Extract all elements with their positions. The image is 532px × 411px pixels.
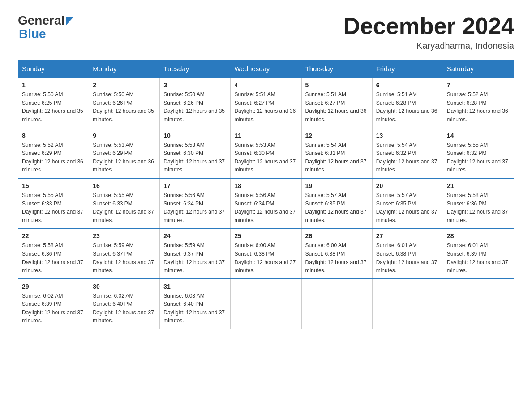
day-number: 26 <box>305 232 369 240</box>
calendar-header-friday: Friday <box>372 60 443 78</box>
calendar-cell: 2 Sunrise: 5:50 AMSunset: 6:26 PMDayligh… <box>89 77 160 128</box>
calendar-header-tuesday: Tuesday <box>160 60 231 78</box>
calendar-cell: 13 Sunrise: 5:54 AMSunset: 6:32 PMDaylig… <box>372 128 443 178</box>
day-info: Sunrise: 6:03 AMSunset: 6:40 PMDaylight:… <box>163 292 227 325</box>
calendar-cell: 3 Sunrise: 5:50 AMSunset: 6:26 PMDayligh… <box>160 77 231 128</box>
calendar-cell: 16 Sunrise: 5:55 AMSunset: 6:33 PMDaylig… <box>89 178 160 228</box>
calendar-cell <box>372 279 443 329</box>
calendar-cell: 21 Sunrise: 5:58 AMSunset: 6:36 PMDaylig… <box>443 178 514 228</box>
calendar-week-row: 22 Sunrise: 5:58 AMSunset: 6:36 PMDaylig… <box>18 228 514 278</box>
calendar-cell: 9 Sunrise: 5:53 AMSunset: 6:29 PMDayligh… <box>89 128 160 178</box>
calendar-cell: 18 Sunrise: 5:56 AMSunset: 6:34 PMDaylig… <box>231 178 301 228</box>
day-number: 2 <box>93 81 156 89</box>
calendar-header-monday: Monday <box>89 60 160 78</box>
day-number: 22 <box>22 232 85 240</box>
day-number: 6 <box>376 81 439 89</box>
page-header: General Blue December 2024 Karyadharma, … <box>18 13 514 51</box>
calendar-cell: 10 Sunrise: 5:53 AMSunset: 6:30 PMDaylig… <box>160 128 231 178</box>
day-info: Sunrise: 5:53 AMSunset: 6:29 PMDaylight:… <box>93 141 156 174</box>
day-info: Sunrise: 5:51 AMSunset: 6:27 PMDaylight:… <box>234 90 297 124</box>
calendar-cell: 12 Sunrise: 5:54 AMSunset: 6:31 PMDaylig… <box>301 128 372 178</box>
logo-blue-text: Blue <box>19 27 46 41</box>
day-info: Sunrise: 5:51 AMSunset: 6:28 PMDaylight:… <box>376 90 439 124</box>
calendar-week-row: 8 Sunrise: 5:52 AMSunset: 6:29 PMDayligh… <box>18 128 514 178</box>
day-info: Sunrise: 5:50 AMSunset: 6:26 PMDaylight:… <box>93 90 156 124</box>
calendar-cell: 4 Sunrise: 5:51 AMSunset: 6:27 PMDayligh… <box>231 77 301 128</box>
calendar-cell <box>231 279 301 329</box>
day-number: 27 <box>376 232 439 240</box>
day-number: 4 <box>234 81 297 89</box>
day-info: Sunrise: 5:58 AMSunset: 6:36 PMDaylight:… <box>447 191 510 224</box>
day-info: Sunrise: 5:53 AMSunset: 6:30 PMDaylight:… <box>234 141 297 174</box>
day-info: Sunrise: 5:55 AMSunset: 6:33 PMDaylight:… <box>22 191 85 224</box>
day-info: Sunrise: 5:56 AMSunset: 6:34 PMDaylight:… <box>234 191 297 224</box>
svg-marker-0 <box>66 17 74 26</box>
calendar-cell: 30 Sunrise: 6:02 AMSunset: 6:40 PMDaylig… <box>89 279 160 329</box>
calendar-cell: 11 Sunrise: 5:53 AMSunset: 6:30 PMDaylig… <box>231 128 301 178</box>
calendar-table: SundayMondayTuesdayWednesdayThursdayFrid… <box>18 60 514 329</box>
calendar-cell <box>301 279 372 329</box>
day-info: Sunrise: 6:01 AMSunset: 6:38 PMDaylight:… <box>376 241 439 274</box>
day-info: Sunrise: 6:02 AMSunset: 6:40 PMDaylight:… <box>93 292 156 325</box>
calendar-cell: 15 Sunrise: 5:55 AMSunset: 6:33 PMDaylig… <box>18 178 89 228</box>
day-info: Sunrise: 6:00 AMSunset: 6:38 PMDaylight:… <box>305 241 369 274</box>
calendar-cell: 19 Sunrise: 5:57 AMSunset: 6:35 PMDaylig… <box>301 178 372 228</box>
title-area: December 2024 Karyadharma, Indonesia <box>343 13 514 51</box>
logo-triangle-icon <box>66 17 74 26</box>
day-info: Sunrise: 5:58 AMSunset: 6:36 PMDaylight:… <box>22 241 85 274</box>
calendar-cell: 17 Sunrise: 5:56 AMSunset: 6:34 PMDaylig… <box>160 178 231 228</box>
calendar-cell <box>443 279 514 329</box>
day-info: Sunrise: 6:01 AMSunset: 6:39 PMDaylight:… <box>447 241 510 274</box>
calendar-cell: 31 Sunrise: 6:03 AMSunset: 6:40 PMDaylig… <box>160 279 231 329</box>
calendar-header-saturday: Saturday <box>443 60 514 78</box>
day-info: Sunrise: 5:55 AMSunset: 6:33 PMDaylight:… <box>93 191 156 224</box>
day-number: 28 <box>447 232 510 240</box>
calendar-cell: 14 Sunrise: 5:55 AMSunset: 6:32 PMDaylig… <box>443 128 514 178</box>
calendar-cell: 25 Sunrise: 6:00 AMSunset: 6:38 PMDaylig… <box>231 228 301 278</box>
calendar-cell: 8 Sunrise: 5:52 AMSunset: 6:29 PMDayligh… <box>18 128 89 178</box>
calendar-cell: 28 Sunrise: 6:01 AMSunset: 6:39 PMDaylig… <box>443 228 514 278</box>
day-info: Sunrise: 5:52 AMSunset: 6:28 PMDaylight:… <box>447 90 510 124</box>
location-subtitle: Karyadharma, Indonesia <box>343 41 514 51</box>
day-number: 29 <box>22 283 85 290</box>
day-info: Sunrise: 5:52 AMSunset: 6:29 PMDaylight:… <box>22 141 85 174</box>
calendar-cell: 27 Sunrise: 6:01 AMSunset: 6:38 PMDaylig… <box>372 228 443 278</box>
calendar-cell: 6 Sunrise: 5:51 AMSunset: 6:28 PMDayligh… <box>372 77 443 128</box>
calendar-week-row: 1 Sunrise: 5:50 AMSunset: 6:25 PMDayligh… <box>18 77 514 128</box>
day-info: Sunrise: 5:57 AMSunset: 6:35 PMDaylight:… <box>305 191 369 224</box>
day-number: 5 <box>305 81 369 89</box>
day-number: 8 <box>22 132 85 139</box>
day-number: 24 <box>163 232 227 240</box>
day-info: Sunrise: 5:57 AMSunset: 6:35 PMDaylight:… <box>376 191 439 224</box>
day-info: Sunrise: 5:56 AMSunset: 6:34 PMDaylight:… <box>163 191 227 224</box>
month-title: December 2024 <box>343 13 514 39</box>
day-number: 10 <box>163 132 227 139</box>
calendar-header-thursday: Thursday <box>301 60 372 78</box>
day-info: Sunrise: 5:53 AMSunset: 6:30 PMDaylight:… <box>163 141 227 174</box>
day-number: 3 <box>163 81 227 89</box>
calendar-cell: 26 Sunrise: 6:00 AMSunset: 6:38 PMDaylig… <box>301 228 372 278</box>
day-info: Sunrise: 5:50 AMSunset: 6:26 PMDaylight:… <box>163 90 227 124</box>
day-info: Sunrise: 6:02 AMSunset: 6:39 PMDaylight:… <box>22 292 85 325</box>
day-number: 11 <box>234 132 297 139</box>
day-number: 30 <box>93 283 156 290</box>
calendar-cell: 7 Sunrise: 5:52 AMSunset: 6:28 PMDayligh… <box>443 77 514 128</box>
day-info: Sunrise: 5:59 AMSunset: 6:37 PMDaylight:… <box>163 241 227 274</box>
calendar-week-row: 29 Sunrise: 6:02 AMSunset: 6:39 PMDaylig… <box>18 279 514 329</box>
calendar-cell: 1 Sunrise: 5:50 AMSunset: 6:25 PMDayligh… <box>18 77 89 128</box>
day-number: 16 <box>93 182 156 189</box>
day-number: 31 <box>163 283 227 290</box>
day-number: 21 <box>447 182 510 189</box>
calendar-week-row: 15 Sunrise: 5:55 AMSunset: 6:33 PMDaylig… <box>18 178 514 228</box>
day-number: 17 <box>163 182 227 189</box>
logo: General Blue <box>18 13 74 41</box>
day-number: 12 <box>305 132 369 139</box>
day-number: 1 <box>22 81 85 89</box>
day-info: Sunrise: 5:54 AMSunset: 6:32 PMDaylight:… <box>376 141 439 174</box>
day-number: 23 <box>93 232 156 240</box>
day-number: 13 <box>376 132 439 139</box>
calendar-header-row: SundayMondayTuesdayWednesdayThursdayFrid… <box>18 60 514 78</box>
calendar-cell: 29 Sunrise: 6:02 AMSunset: 6:39 PMDaylig… <box>18 279 89 329</box>
day-number: 15 <box>22 182 85 189</box>
day-info: Sunrise: 5:59 AMSunset: 6:37 PMDaylight:… <box>93 241 156 274</box>
